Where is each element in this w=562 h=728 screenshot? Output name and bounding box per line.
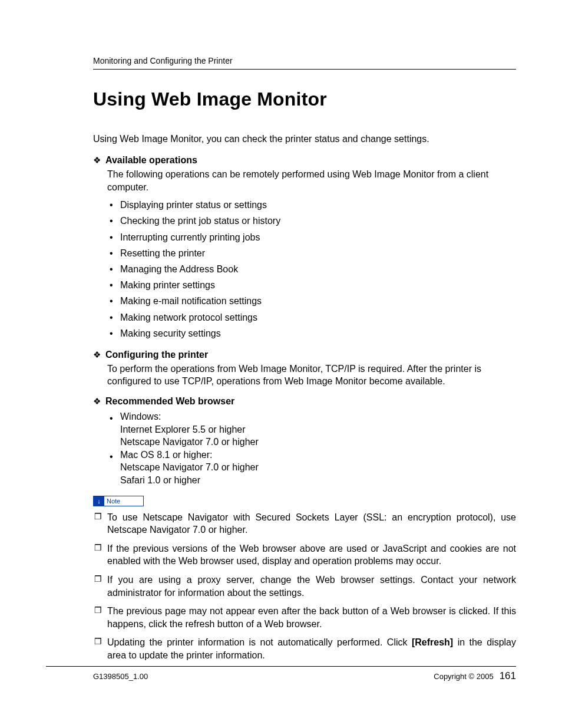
note-label: Note <box>104 498 120 505</box>
section-body: To perform the operations from Web Image… <box>107 363 516 388</box>
section-available: ❖ Available operations The following ope… <box>93 155 516 341</box>
browser-version: Safari 1.0 or higher <box>120 474 516 487</box>
section-heading: Configuring the printer <box>105 350 208 360</box>
diamond-icon: ❖ <box>93 156 101 164</box>
diamond-icon: ❖ <box>93 350 101 359</box>
browser-os: Mac OS 8.1 or higher: <box>120 449 516 462</box>
refresh-label: [Refresh] <box>412 637 453 647</box>
section-heading: Recommended Web browser <box>105 396 234 407</box>
diamond-icon: ❖ <box>93 397 101 406</box>
browser-version: Internet Explorer 5.5 or higher <box>120 423 516 436</box>
section-configuring: ❖ Configuring the printer To perform the… <box>93 350 516 388</box>
copyright: Copyright © 2005 <box>434 672 493 681</box>
note-item: If you are using a proxy server, change … <box>93 574 516 599</box>
list-item: Making security settings <box>107 325 516 341</box>
note-text: Updating the printer information is not … <box>107 637 412 647</box>
header-breadcrumb: Monitoring and Configuring the Printer <box>93 56 516 70</box>
section-body: The following operations can be remotely… <box>107 168 516 193</box>
list-item: Checking the print job status or history <box>107 213 516 229</box>
note-item: If the previous versions of the Web brow… <box>93 542 516 568</box>
notes-list: To use Netscape Navigator with Secured S… <box>93 511 516 662</box>
list-item: Interrupting currently printing jobs <box>107 229 516 245</box>
note-item: Updating the printer information is not … <box>93 636 516 661</box>
list-item: Making e-mail notification settings <box>107 293 516 309</box>
list-item: Resetting the printer <box>107 245 516 261</box>
page-title: Using Web Image Monitor <box>93 88 516 110</box>
intro-text: Using Web Image Monitor, you can check t… <box>93 134 516 144</box>
list-item: Windows: Internet Explorer 5.5 or higher… <box>107 410 516 449</box>
browser-version: Netscape Navigator 7.0 or higher <box>120 461 516 474</box>
section-heading: Available operations <box>105 155 197 166</box>
browser-os: Windows: <box>120 410 516 423</box>
note-callout: ↓ Note <box>93 496 144 506</box>
note-item: The previous page may not appear even af… <box>93 605 516 630</box>
browser-list: Windows: Internet Explorer 5.5 or higher… <box>107 410 516 487</box>
page-footer: G1398505_1.00 Copyright © 2005 161 <box>46 666 516 682</box>
list-item: Mac OS 8.1 or higher: Netscape Navigator… <box>107 449 516 487</box>
arrow-down-icon: ↓ <box>94 496 104 506</box>
available-operations-list: Displaying printer status or settings Ch… <box>107 197 516 341</box>
page-number: 161 <box>500 670 516 682</box>
section-browser: ❖ Recommended Web browser Windows: Inter… <box>93 396 516 487</box>
browser-version: Netscape Navigator 7.0 or higher <box>120 436 516 449</box>
list-item: Managing the Address Book <box>107 261 516 277</box>
list-item: Making network protocol settings <box>107 309 516 325</box>
note-item: To use Netscape Navigator with Secured S… <box>93 511 516 536</box>
list-item: Displaying printer status or settings <box>107 197 516 213</box>
list-item: Making printer settings <box>107 277 516 293</box>
doc-id: G1398505_1.00 <box>93 672 148 681</box>
